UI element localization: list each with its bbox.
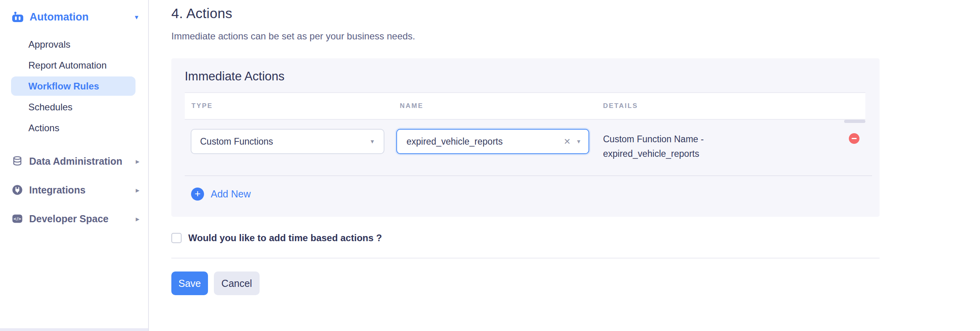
code-icon: </> [12,213,23,224]
add-new-label: Add New [211,188,251,200]
chevron-right-icon: ▸ [135,186,139,195]
page-subtitle: Immediate actions can be set as per your… [171,31,980,42]
chevron-down-icon[interactable]: ▼ [576,138,581,145]
svg-text:</>: </> [13,217,21,221]
column-header-type: TYPE [191,102,213,110]
remove-row-button[interactable] [849,133,859,144]
sidebar-section-list: Data Administration ▸ Integrations ▸ [0,150,148,230]
plus-icon: + [191,188,204,201]
workflow-actions-step: 4. Actions Immediate actions can be set … [149,0,980,331]
sidebar-item-label: Report Automation [28,60,107,71]
cancel-button[interactable]: Cancel [214,271,260,295]
settings-sidebar: Automation ▼ Approvals Report Automation… [0,0,149,331]
actions-table-header: TYPE NAME DETAILS [185,92,865,120]
column-header-name: NAME [400,102,423,110]
sidebar-group-label: Automation [30,11,89,23]
immediate-actions-panel: Immediate Actions TYPE NAME DETAILS Cust… [171,58,880,217]
add-new-button[interactable]: + Add New [191,188,251,201]
details-cell: Custom Function Name - expired_vehicle_r… [603,129,849,161]
sidebar-section-label: Developer Space [29,213,109,225]
footer-divider [171,258,880,258]
sidebar-item-schedules[interactable]: Schedules [0,97,148,117]
sidebar-item-developer-space[interactable]: </> Developer Space ▸ [0,208,148,230]
sidebar-item-list: Approvals Report Automation Workflow Rul… [0,34,148,138]
sidebar-item-report-automation[interactable]: Report Automation [0,55,148,76]
table-row: Custom Functions ▼ expired_vehicle_repor… [185,129,865,161]
sidebar-item-workflow-rules[interactable]: Workflow Rules [11,76,135,96]
panel-title: Immediate Actions [185,69,880,84]
chevron-right-icon: ▸ [135,214,139,223]
function-name-value: expired_vehicle_reports [406,136,503,147]
time-based-actions-checkbox[interactable] [171,233,182,243]
details-line: expired_vehicle_reports [603,147,849,161]
robot-icon [12,11,24,22]
sidebar-item-label: Approvals [28,39,71,50]
sidebar-item-label: Workflow Rules [28,81,99,92]
table-scrollbar-thumb[interactable] [844,120,865,123]
action-type-value: Custom Functions [200,136,273,147]
name-cell: expired_vehicle_reports × ▼ [396,129,603,154]
chevron-down-icon: ▼ [134,14,139,20]
sidebar-item-approvals[interactable]: Approvals [0,34,148,55]
chevron-right-icon: ▸ [135,157,139,166]
chevron-down-icon[interactable]: ▼ [369,138,375,145]
app-window: Automation ▼ Approvals Report Automation… [0,0,980,331]
sidebar-item-data-administration[interactable]: Data Administration ▸ [0,150,148,172]
sidebar-item-actions[interactable]: Actions [0,117,148,138]
sidebar-section-label: Data Administration [29,156,122,167]
database-icon [12,156,23,167]
sidebar-item-label: Actions [28,123,59,134]
minus-icon [852,138,857,139]
horizontal-scrollbar[interactable] [0,328,148,331]
time-based-actions-row: Would you like to add time based actions… [171,232,980,244]
sidebar-item-integrations[interactable]: Integrations ▸ [0,179,148,201]
type-cell: Custom Functions ▼ [185,129,396,154]
sidebar-item-label: Schedules [28,102,72,113]
details-line: Custom Function Name - [603,132,849,147]
function-name-combobox[interactable]: expired_vehicle_reports × ▼ [396,129,589,154]
action-type-select[interactable]: Custom Functions ▼ [191,129,384,154]
sidebar-group-automation[interactable]: Automation ▼ [0,9,148,25]
panel-divider [185,175,872,176]
footer-buttons: Save Cancel [171,271,980,295]
sidebar-section-label: Integrations [29,184,85,196]
page-title: 4. Actions [171,6,980,21]
column-header-details: DETAILS [603,102,638,110]
save-button[interactable]: Save [171,271,208,295]
clear-icon[interactable]: × [564,136,570,147]
time-based-actions-label: Would you like to add time based actions… [188,232,382,244]
plug-icon [12,184,23,195]
